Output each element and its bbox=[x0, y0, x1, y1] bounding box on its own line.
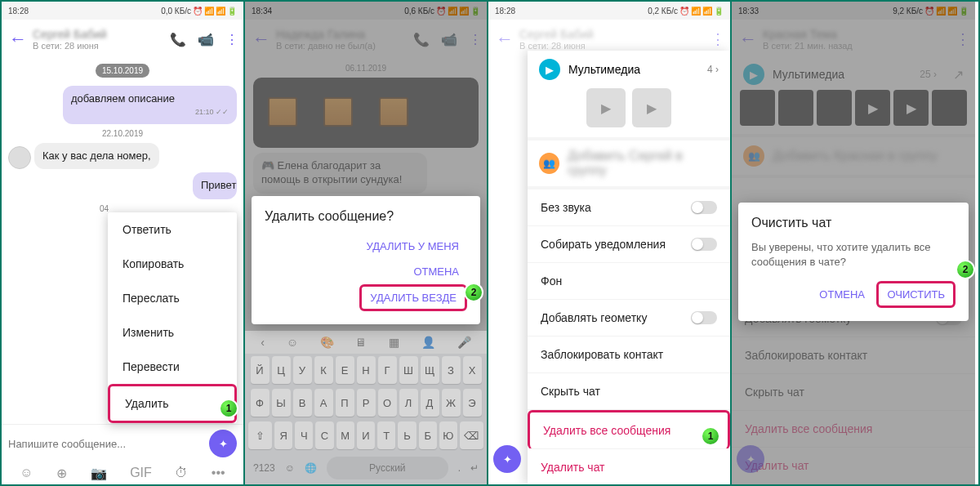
more-icon[interactable]: ⋮ bbox=[710, 30, 725, 48]
key-Й[interactable]: Й bbox=[251, 356, 270, 384]
timestamp: 21:10 ✓✓ bbox=[71, 108, 229, 118]
key-И[interactable]: И bbox=[357, 421, 375, 449]
enter-key[interactable]: ↵ bbox=[470, 462, 479, 474]
delete-everywhere-button[interactable]: УДАЛИТЬ ВЕЗДЕ bbox=[359, 284, 467, 311]
clear-button[interactable]: ОЧИСТИТЬ bbox=[876, 281, 956, 308]
setting-block[interactable]: Заблокировать контакт bbox=[528, 337, 730, 373]
key-Ь[interactable]: Ь bbox=[398, 421, 416, 449]
palette-icon[interactable]: 🎨 bbox=[320, 336, 334, 349]
key-Л[interactable]: Л bbox=[399, 389, 418, 417]
media-thumb[interactable]: ▶ bbox=[586, 88, 626, 127]
delete-for-me-button[interactable]: УДАЛИТЬ У МЕНЯ bbox=[358, 234, 467, 259]
mic-icon[interactable]: 🎤 bbox=[457, 336, 471, 349]
key-З[interactable]: З bbox=[442, 356, 461, 384]
globe-key[interactable]: 🌐 bbox=[305, 462, 317, 474]
backspace-key[interactable]: ⌫ bbox=[460, 421, 483, 449]
camera-icon[interactable]: 📷 bbox=[91, 466, 107, 481]
gif-icon[interactable]: GIF bbox=[130, 466, 152, 481]
media-count: 4 › bbox=[707, 64, 719, 75]
key-Я[interactable]: Я bbox=[274, 421, 292, 449]
setting-mute[interactable]: Без звука bbox=[528, 189, 730, 226]
key-Ж[interactable]: Ж bbox=[442, 389, 461, 417]
step-badge: 2 bbox=[464, 283, 483, 302]
key-В[interactable]: В bbox=[293, 389, 312, 417]
setting-hide[interactable]: Скрыть чат bbox=[528, 373, 730, 410]
toggle[interactable] bbox=[691, 311, 717, 324]
emoji-icon[interactable]: ☺ bbox=[287, 336, 298, 349]
cancel-button[interactable]: ОТМЕНА bbox=[811, 282, 873, 307]
menu-forward[interactable]: Переслать bbox=[108, 281, 237, 315]
more-icon[interactable]: ⋮ bbox=[225, 32, 238, 47]
media-thumb[interactable]: ▶ bbox=[632, 88, 671, 127]
setting-delete-chat[interactable]: Удалить чат bbox=[528, 449, 730, 484]
setting-delete-all[interactable]: Удалить все сообщения bbox=[528, 410, 730, 449]
setting-geotag[interactable]: Добавлять геометку bbox=[528, 300, 730, 337]
signal-icon: 📶 bbox=[216, 7, 225, 16]
media-row[interactable]: ▶ Мультимедиа 4 › bbox=[528, 51, 730, 88]
key-Ф[interactable]: Ф bbox=[251, 389, 270, 417]
more-icon[interactable]: ••• bbox=[212, 466, 225, 481]
message-out[interactable]: Привет bbox=[193, 172, 237, 199]
contact-icon[interactable]: 👤 bbox=[421, 336, 435, 349]
key-Ц[interactable]: Ц bbox=[272, 356, 291, 384]
key-О[interactable]: О bbox=[378, 389, 397, 417]
chevron-icon[interactable]: ‹ bbox=[261, 336, 265, 349]
add-to-group-row[interactable]: 👥 Добавить Сергей в группу bbox=[528, 137, 730, 189]
key-Н[interactable]: Н bbox=[357, 356, 376, 384]
key-Х[interactable]: Х bbox=[463, 356, 482, 384]
key-Е[interactable]: Е bbox=[336, 356, 354, 384]
video-icon[interactable]: 📹 bbox=[198, 32, 214, 47]
menu-delete[interactable]: Удалить bbox=[108, 384, 237, 423]
cancel-button[interactable]: ОТМЕНА bbox=[405, 259, 467, 284]
monitor-icon[interactable]: 🖥 bbox=[355, 336, 367, 349]
back-button[interactable]: ← bbox=[7, 29, 29, 50]
attach-icon[interactable]: ⊕ bbox=[56, 466, 67, 481]
key-Ю[interactable]: Ю bbox=[439, 421, 457, 449]
step-badge: 1 bbox=[701, 426, 720, 446]
pane-4-clear-dialog: 18:33 9,2 КБ/с⏰📶📶🔋 ← Красная ТемаВ сети:… bbox=[732, 2, 975, 484]
period-key[interactable]: . bbox=[458, 462, 461, 474]
send-button[interactable]: ✦ bbox=[493, 445, 521, 473]
key-У[interactable]: У bbox=[293, 356, 312, 384]
key-Ч[interactable]: Ч bbox=[295, 421, 313, 449]
status-speed: 0,0 КБ/с bbox=[161, 7, 191, 16]
key-Б[interactable]: Б bbox=[419, 421, 437, 449]
message-input[interactable] bbox=[8, 438, 201, 450]
call-icon[interactable]: 📞 bbox=[170, 32, 186, 47]
key-Р[interactable]: Р bbox=[357, 389, 376, 417]
key-Г[interactable]: Г bbox=[378, 356, 397, 384]
key-А[interactable]: А bbox=[314, 389, 333, 417]
key-Э[interactable]: Э bbox=[463, 389, 482, 417]
message-out[interactable]: добавляем описание 21:10 ✓✓ bbox=[63, 86, 237, 124]
sticker-icon[interactable]: ☺ bbox=[20, 466, 33, 481]
toggle[interactable] bbox=[691, 201, 717, 214]
chat-header: ← Сергей Бабий В сети: 28 июня 📞 📹 ⋮ bbox=[2, 20, 243, 59]
avatar[interactable] bbox=[8, 146, 31, 169]
numeric-key[interactable]: ?123 bbox=[253, 462, 275, 474]
toggle[interactable] bbox=[691, 238, 717, 251]
key-П[interactable]: П bbox=[336, 389, 354, 417]
menu-reply[interactable]: Ответить bbox=[108, 212, 237, 247]
shift-key[interactable]: ⇧ bbox=[248, 421, 272, 449]
key-Ш[interactable]: Ш bbox=[399, 356, 418, 384]
setting-collect[interactable]: Собирать уведомления bbox=[528, 226, 730, 263]
grid-icon[interactable]: ▦ bbox=[389, 336, 399, 349]
key-Т[interactable]: Т bbox=[377, 421, 395, 449]
menu-edit[interactable]: Изменить bbox=[108, 315, 237, 350]
timer-icon[interactable]: ⏱ bbox=[175, 466, 188, 481]
key-Д[interactable]: Д bbox=[421, 389, 439, 417]
key-М[interactable]: М bbox=[336, 421, 354, 449]
key-Щ[interactable]: Щ bbox=[421, 356, 439, 384]
setting-background[interactable]: Фон bbox=[528, 263, 730, 300]
menu-translate[interactable]: Перевести bbox=[108, 350, 237, 384]
key-Ы[interactable]: Ы bbox=[272, 389, 291, 417]
message-in[interactable]: Как у вас дела номер, bbox=[34, 143, 159, 170]
send-button[interactable]: ✦ bbox=[209, 430, 237, 457]
key-С[interactable]: С bbox=[315, 421, 333, 449]
emoji-key[interactable]: ☺ bbox=[285, 462, 295, 474]
key-К[interactable]: К bbox=[314, 356, 333, 384]
date-text: 22.10.2019 bbox=[2, 129, 243, 138]
back-button[interactable]: ← bbox=[493, 29, 516, 50]
space-key[interactable]: Русский bbox=[327, 457, 448, 479]
menu-copy[interactable]: Копировать bbox=[108, 247, 237, 281]
